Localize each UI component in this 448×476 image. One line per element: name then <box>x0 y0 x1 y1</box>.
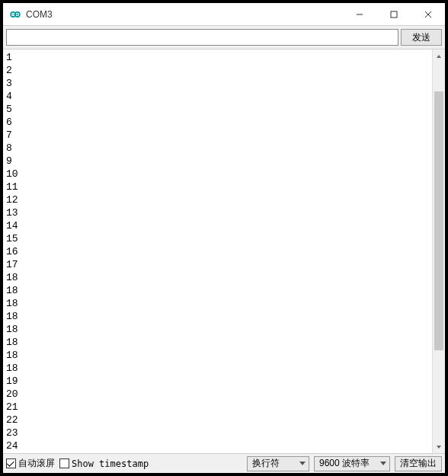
timestamp-checkbox[interactable]: Show timestamp <box>59 458 149 469</box>
svg-marker-11 <box>299 462 306 465</box>
bottom-toolbar: 自动滚屏 Show timestamp 换行符 9600 波特率 清空输出 <box>3 453 445 473</box>
serial-input[interactable] <box>6 29 398 46</box>
window-title: COM3 <box>26 9 342 20</box>
window-controls <box>342 3 445 25</box>
scroll-up-arrow[interactable] <box>433 50 445 62</box>
baud-rate-select[interactable]: 9600 波特率 <box>314 456 390 471</box>
svg-line-8 <box>425 11 431 18</box>
arduino-icon <box>9 8 21 21</box>
svg-line-7 <box>425 11 431 18</box>
autoscroll-checkbox[interactable]: 自动滚屏 <box>6 457 55 470</box>
line-ending-value: 换行符 <box>252 457 280 470</box>
svg-rect-2 <box>12 14 14 14</box>
svg-rect-4 <box>17 13 18 15</box>
autoscroll-label: 自动滚屏 <box>18 457 55 470</box>
output-area: 1 2 3 4 5 6 7 8 9 10 11 12 13 14 15 16 1… <box>3 50 445 453</box>
scroll-down-arrow[interactable] <box>433 440 445 453</box>
titlebar[interactable]: COM3 <box>3 3 445 26</box>
close-button[interactable] <box>411 3 445 25</box>
checkbox-icon <box>59 458 69 468</box>
svg-marker-9 <box>437 55 441 58</box>
line-ending-select[interactable]: 换行符 <box>247 456 309 471</box>
vertical-scrollbar[interactable] <box>432 50 445 453</box>
svg-marker-10 <box>437 446 441 449</box>
svg-rect-6 <box>391 11 397 18</box>
checkbox-icon <box>6 458 16 468</box>
scroll-thumb[interactable] <box>434 91 443 350</box>
send-button[interactable]: 发送 <box>401 29 442 46</box>
input-toolbar: 发送 <box>3 26 445 50</box>
serial-monitor-window: COM3 发送 1 2 3 4 5 6 7 8 9 10 11 12 13 14… <box>2 2 446 474</box>
maximize-button[interactable] <box>376 3 411 25</box>
minimize-button[interactable] <box>342 3 376 25</box>
serial-output[interactable]: 1 2 3 4 5 6 7 8 9 10 11 12 13 14 15 16 1… <box>3 50 432 453</box>
timestamp-label: Show timestamp <box>72 458 149 469</box>
chevron-down-icon <box>299 460 306 468</box>
clear-output-button[interactable]: 清空输出 <box>395 456 442 471</box>
baud-rate-value: 9600 波特率 <box>319 457 370 470</box>
svg-marker-12 <box>380 462 386 465</box>
chevron-down-icon <box>380 460 386 468</box>
